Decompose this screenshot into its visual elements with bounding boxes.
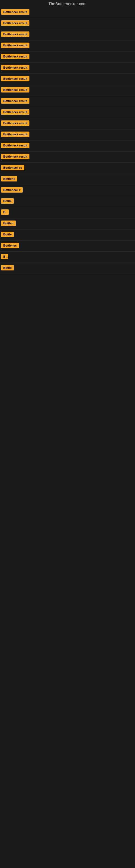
bottleneck-result-badge[interactable]: Bottle [1,198,14,204]
bottleneck-result-badge[interactable]: Bottlen [1,220,16,226]
bottleneck-result-badge[interactable]: Bottlene [1,176,17,182]
bottleneck-result-badge[interactable]: Bottleneck result [1,109,30,115]
badge-row: Bottleneck result [0,63,135,74]
bottleneck-result-badge[interactable]: Bottleneck result [1,31,30,37]
bottleneck-result-badge[interactable]: Bottlenec [1,243,19,248]
badge-row: Bottleneck result [0,7,135,18]
badge-row: Bottleneck result [0,96,135,107]
badge-row: Bottleneck re [0,163,135,174]
bottleneck-result-badge[interactable]: Bottleneck result [1,65,30,70]
bottleneck-result-badge[interactable]: Bottleneck result [1,87,30,93]
badge-row: Bo [0,252,135,263]
badge-row: Bottleneck r [0,185,135,196]
site-title-container: TheBottlenecker.com [0,0,135,7]
bottleneck-result-badge[interactable]: Bottleneck r [1,187,23,193]
bottleneck-result-badge[interactable]: Bottleneck result [1,54,30,59]
bottleneck-result-badge[interactable]: Bottleneck result [1,76,30,82]
bottleneck-result-badge[interactable]: Bottle [1,265,14,271]
badge-row: Bottleneck result [0,141,135,152]
badge-row: Bottleneck result [0,129,135,141]
badge-row: Bottlen [0,218,135,229]
bottleneck-result-badge[interactable]: Bo [1,209,9,215]
badge-row: Bottleneck result [0,18,135,29]
badge-row: Bottle [0,196,135,207]
bottleneck-result-badge[interactable]: Bottleneck re [1,165,24,170]
site-title: TheBottlenecker.com [0,0,135,7]
badge-row: Bottleneck result [0,118,135,129]
bottleneck-result-badge[interactable]: Bottleneck result [1,42,30,48]
badge-row: Bottlene [0,174,135,185]
bottleneck-result-badge[interactable]: Bottleneck result [1,9,30,14]
badge-row: Bottleneck result [0,52,135,63]
badge-row: Bottleneck result [0,107,135,118]
bottleneck-result-badge[interactable]: Bottleneck result [1,20,30,26]
bottleneck-result-badge[interactable]: Bottle [1,231,14,237]
badges-container: Bottleneck resultBottleneck resultBottle… [0,7,135,274]
badge-row: Bottleneck result [0,40,135,52]
badge-row: Bottle [0,263,135,274]
bottleneck-result-badge[interactable]: Bottleneck result [1,154,30,159]
bottleneck-result-badge[interactable]: Bottleneck result [1,143,30,148]
badge-row: Bottleneck result [0,152,135,163]
badge-row: Bottleneck result [0,85,135,96]
badge-row: Bo [0,207,135,218]
badge-row: Bottleneck result [0,74,135,85]
badge-row: Bottlenec [0,241,135,252]
bottleneck-result-badge[interactable]: Bottleneck result [1,120,30,126]
bottleneck-result-badge[interactable]: Bo [1,254,8,259]
bottleneck-result-badge[interactable]: Bottleneck result [1,131,30,137]
badge-row: Bottleneck result [0,29,135,40]
badge-row: Bottle [0,229,135,241]
bottleneck-result-badge[interactable]: Bottleneck result [1,98,30,104]
